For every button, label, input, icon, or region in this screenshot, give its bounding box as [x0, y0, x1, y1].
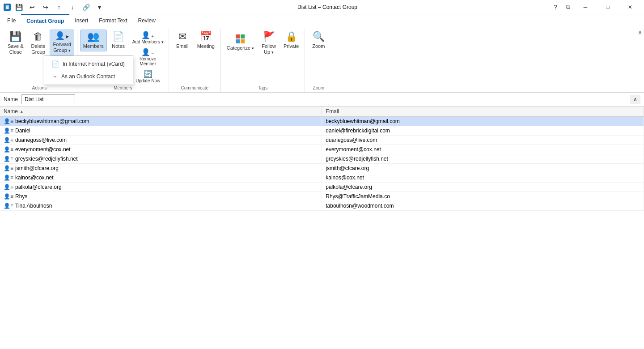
table-row[interactable]: 👤≡Rhys Rhys@TrafficJamMedia.co	[0, 192, 644, 201]
notes-button[interactable]: 📄 Notes	[108, 30, 129, 51]
contact-icon: 👤≡	[4, 174, 13, 181]
title-bar-left: 📋 💾 ↩ ↪ ↑ ↓ 🔗 ▾	[4, 2, 105, 13]
tags-group-items: Categorize ▾ 🚩 FollowUp ▾ 🔒 Private	[224, 30, 302, 85]
table-row[interactable]: 👤≡beckybluewhitman@gmail.com beckybluewh…	[0, 117, 644, 126]
name-cell: 👤≡jsmith@cfcare.org	[0, 164, 322, 173]
table-row[interactable]: 👤≡Daniel daniel@firebrickdigital.com	[0, 126, 644, 136]
members-icon: 👥	[87, 32, 99, 42]
ribbon-group-communicate: ✉ Email 📅 Meeting Communicate	[169, 29, 221, 92]
name-input[interactable]	[21, 94, 75, 104]
remove-member-icon: 👤－	[141, 48, 155, 56]
table-row[interactable]: 👤≡greyskies@redjellyfish.net greyskies@r…	[0, 154, 644, 164]
contact-icon: 👤≡	[4, 118, 13, 124]
contact-table: Name ▲ Email 👤≡beckybluewhitman@gmail.co…	[0, 106, 644, 211]
forward-icon: 👤➤	[55, 32, 69, 40]
email-cell: beckybluewhitman@gmail.com	[322, 117, 644, 126]
ribbon-tab-bar: File Contact Group Insert Format Text Re…	[0, 14, 644, 27]
email-cell: taboulhosn@woodmont.com	[322, 201, 644, 211]
add-members-button[interactable]: 👤＋ Add Members ▾	[130, 30, 166, 46]
categorize-button[interactable]: Categorize ▾	[224, 30, 257, 53]
contact-icon: 👤≡	[4, 193, 13, 200]
email-button[interactable]: ✉ Email	[172, 30, 193, 51]
save-quick-button[interactable]: 💾	[13, 2, 24, 13]
members-label: Members	[80, 85, 166, 92]
delete-group-button[interactable]: 🗑 DeleteGroup	[27, 30, 49, 57]
vcard-icon: 📄	[51, 60, 59, 68]
tab-review[interactable]: Review	[133, 14, 161, 27]
contact-icon: 👤≡	[4, 137, 13, 143]
name-cell: 👤≡palkola@cfcare.org	[0, 183, 322, 192]
ribbon-collapse-button[interactable]: ∧	[638, 29, 642, 36]
window-title: Dist List – Contact Group	[105, 4, 550, 10]
update-now-icon: 🔄	[144, 70, 153, 78]
private-icon: 🔒	[285, 32, 297, 42]
table-row[interactable]: 👤≡jsmith@cfcare.org jsmith@cfcare.org	[0, 164, 644, 173]
email-icon: ✉	[178, 32, 186, 42]
undo-button[interactable]: ↩	[27, 2, 38, 13]
dropdown-item-vcard[interactable]: 📄 In Internet Format (vCard)	[44, 58, 133, 70]
email-cell: palkola@cfcare.org	[322, 183, 644, 192]
save-close-button[interactable]: 💾 Save &Close	[4, 30, 26, 57]
contact-icon: 👤≡	[4, 146, 13, 153]
contact-table-body: 👤≡beckybluewhitman@gmail.com beckybluewh…	[0, 117, 644, 211]
help-button[interactable]: ?	[550, 2, 561, 13]
zoom-group-items: 🔍 Zoom	[308, 30, 329, 85]
meeting-icon: 📅	[200, 32, 212, 42]
name-cell: 👤≡kainos@cox.net	[0, 173, 322, 183]
tags-label: Tags	[224, 85, 302, 92]
email-cell: Rhys@TrafficJamMedia.co	[322, 192, 644, 201]
contact-icon: 👤≡	[4, 128, 13, 134]
tab-format-text[interactable]: Format Text	[93, 14, 132, 27]
follow-up-button[interactable]: 🚩 FollowUp ▾	[258, 30, 280, 57]
follow-up-icon: 🚩	[263, 32, 275, 42]
email-cell: daniel@firebrickdigital.com	[322, 126, 644, 136]
down-button[interactable]: ↓	[67, 2, 78, 13]
title-bar: 📋 💾 ↩ ↪ ↑ ↓ 🔗 ▾ Dist List – Contact Grou…	[0, 0, 644, 14]
name-label: Name	[4, 96, 18, 102]
table-header: Name ▲ Email	[0, 106, 644, 117]
update-now-button[interactable]: 🔄 Update Now	[130, 68, 166, 85]
title-bar-right: ? ⧉ ─ □ ✕	[550, 0, 640, 14]
name-cell: 👤≡Tina Aboulhosn	[0, 201, 322, 211]
dropdown-item-outlook[interactable]: → As an Outlook Contact	[44, 70, 133, 83]
maximize-button[interactable]: □	[597, 0, 618, 14]
table-row[interactable]: 👤≡Tina Aboulhosn taboulhosn@woodmont.com	[0, 201, 644, 211]
forward-group-button[interactable]: 👤➤ ForwardGroup ▾	[50, 30, 74, 55]
zoom-button[interactable]: 🔍 Zoom	[308, 30, 329, 51]
name-cell: 👤≡duanegoss@live.com	[0, 136, 322, 145]
restore-button[interactable]: ⧉	[563, 2, 573, 13]
categorize-icon	[236, 32, 245, 43]
tab-insert[interactable]: Insert	[69, 14, 93, 27]
redo-button[interactable]: ↪	[40, 2, 51, 13]
tab-file[interactable]: File	[2, 14, 21, 27]
name-column-header[interactable]: Name ▲	[0, 106, 322, 117]
table-row[interactable]: 👤≡duanegoss@live.com duanegoss@live.com	[0, 136, 644, 145]
close-button[interactable]: ✕	[620, 0, 640, 14]
more-quick-button[interactable]: ▾	[94, 2, 105, 13]
tab-contact-group[interactable]: Contact Group	[21, 14, 69, 27]
members-button[interactable]: 👥 Members	[80, 30, 107, 51]
zoom-icon: 🔍	[313, 32, 325, 42]
actions-label: Actions	[4, 85, 74, 92]
private-button[interactable]: 🔒 Private	[280, 30, 302, 51]
communicate-label: Communicate	[172, 85, 218, 92]
contact-icon: 👤≡	[4, 156, 13, 162]
email-cell: kainos@cox.net	[322, 173, 644, 183]
table-row[interactable]: 👤≡kainos@cox.net kainos@cox.net	[0, 173, 644, 183]
name-cell: 👤≡everymoment@cox.net	[0, 145, 322, 154]
contact-icon: 👤≡	[4, 184, 13, 190]
name-sort-icon: ▲	[19, 109, 24, 114]
email-cell: duanegoss@live.com	[322, 136, 644, 145]
meeting-button[interactable]: 📅 Meeting	[194, 30, 218, 51]
outlook-icon: →	[51, 73, 58, 80]
remove-member-button[interactable]: 👤－ RemoveMember	[130, 47, 166, 68]
forward-group-dropdown: 📄 In Internet Format (vCard) → As an Out…	[44, 55, 133, 85]
chain-button[interactable]: 🔗	[80, 2, 91, 13]
up-button[interactable]: ↑	[54, 2, 64, 13]
email-column-header[interactable]: Email	[322, 106, 644, 117]
table-row[interactable]: 👤≡everymoment@cox.net everymoment@cox.ne…	[0, 145, 644, 154]
table-row[interactable]: 👤≡palkola@cfcare.org palkola@cfcare.org	[0, 183, 644, 192]
ribbon-group-tags: Categorize ▾ 🚩 FollowUp ▾ 🔒 Private Tags	[221, 29, 305, 92]
minimize-button[interactable]: ─	[575, 0, 596, 14]
ribbon-expand-button[interactable]: ∧	[630, 95, 640, 104]
